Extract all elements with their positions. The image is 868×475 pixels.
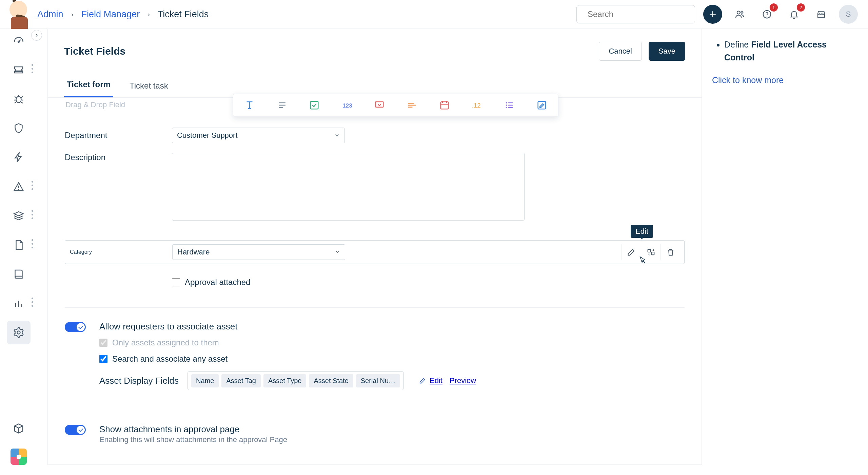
svg-rect-37 <box>648 249 650 252</box>
cancel-button[interactable]: Cancel <box>599 42 642 61</box>
field-type-palette[interactable]: 123 .12 <box>233 94 558 117</box>
rail-assets[interactable] <box>7 204 31 228</box>
palette-number[interactable]: 123 <box>337 98 356 113</box>
ticket-fields-card: Ticket Fields Cancel Save Ticket form Ti… <box>47 29 702 465</box>
rail-dashboard[interactable] <box>7 29 31 53</box>
category-select[interactable]: Hardware <box>172 244 345 260</box>
department-label: Department <box>65 131 172 140</box>
search-any-asset-checkbox[interactable]: Search and associate any asset <box>99 354 685 364</box>
svg-point-9 <box>16 97 21 103</box>
plus-icon <box>708 9 718 19</box>
svg-point-15 <box>17 331 20 334</box>
svg-point-32 <box>506 107 507 108</box>
category-label: Category <box>68 249 172 255</box>
notifications-button[interactable]: 2 <box>785 5 804 24</box>
palette-tag[interactable] <box>402 98 421 113</box>
palette-paragraph[interactable] <box>273 98 292 113</box>
description-label: Description <box>65 153 172 162</box>
category-field-row[interactable]: Category Hardware <box>65 240 685 264</box>
bug-icon <box>13 93 25 105</box>
category-value: Hardware <box>177 248 210 256</box>
save-button[interactable]: Save <box>649 42 685 61</box>
tab-ticket-task[interactable]: Ticket task <box>127 81 171 97</box>
asset-display-fields-label: Asset Display Fields <box>99 376 179 386</box>
app-launcher[interactable] <box>11 449 27 465</box>
description-textarea[interactable] <box>172 153 525 221</box>
cube-icon <box>13 422 25 435</box>
chip-name: Name <box>191 374 219 387</box>
edit-asset-fields-link[interactable]: Edit <box>430 376 442 385</box>
breadcrumb-admin[interactable]: Admin <box>37 9 63 19</box>
svg-rect-25 <box>440 102 448 109</box>
svg-text:123: 123 <box>343 102 352 109</box>
rail-alerts[interactable] <box>7 175 31 198</box>
new-button[interactable] <box>703 5 722 24</box>
right-help-pane: Define Field Level Access Control Click … <box>705 29 868 475</box>
palette-signature[interactable] <box>532 98 551 113</box>
category-row-actions <box>621 244 680 260</box>
only-assigned-label: Only assets assigned to them <box>112 338 219 347</box>
chevron-right-icon <box>34 33 39 38</box>
chevron-right-icon <box>146 13 151 17</box>
palette-dropdown[interactable] <box>370 98 389 113</box>
rail-tickets[interactable] <box>7 58 31 82</box>
svg-point-11 <box>18 189 19 190</box>
palette-decimal[interactable]: .12 <box>467 98 486 113</box>
rail-reports[interactable] <box>7 291 31 315</box>
breadcrumb: Admin Field Manager Ticket Fields <box>37 9 209 20</box>
rail-admin-settings[interactable] <box>7 321 31 344</box>
rail-releases[interactable] <box>7 146 31 169</box>
chip-serial-number: Serial Nu… <box>356 374 400 387</box>
svg-rect-21 <box>376 102 383 107</box>
tab-ticket-form[interactable]: Ticket form <box>64 80 113 97</box>
approval-attached-label: Approval attached <box>185 278 250 287</box>
palette-text[interactable] <box>240 98 259 113</box>
rail-problems[interactable] <box>7 87 31 111</box>
layers-icon <box>13 210 25 222</box>
svg-point-5 <box>741 11 743 13</box>
palette-list[interactable] <box>500 98 519 113</box>
search-input[interactable] <box>588 10 689 19</box>
palette-checkbox[interactable] <box>305 98 324 113</box>
svg-rect-19 <box>311 101 318 109</box>
rail-changes[interactable] <box>7 116 31 140</box>
rail-cube[interactable] <box>7 417 31 440</box>
document-icon <box>13 239 25 251</box>
allow-requesters-toggle[interactable] <box>65 322 86 332</box>
preview-asset-fields-link[interactable]: Preview <box>450 376 476 385</box>
profile-avatar[interactable]: S <box>839 5 858 24</box>
marketplace-button[interactable] <box>812 5 831 24</box>
learn-more-link[interactable]: Click to know more <box>712 75 784 85</box>
gear-icon <box>13 326 25 339</box>
shield-icon <box>13 122 25 134</box>
show-attachments-headline: Show attachments in approval page <box>99 424 685 435</box>
rail-solutions[interactable] <box>7 262 31 286</box>
global-search[interactable] <box>576 5 695 23</box>
palette-date[interactable] <box>435 98 454 113</box>
delete-field-button[interactable] <box>660 244 680 260</box>
svg-point-4 <box>737 11 740 14</box>
help-icon <box>762 9 772 19</box>
approval-attached-checkbox[interactable]: Approval attached <box>172 278 250 287</box>
asset-display-fields-chips[interactable]: Name Asset Tag Asset Type Asset State Se… <box>188 371 404 390</box>
people-button[interactable] <box>730 5 749 24</box>
shop-icon <box>816 9 826 19</box>
chevron-down-icon <box>335 249 340 254</box>
book-icon <box>13 268 25 280</box>
pencil-icon <box>627 247 636 257</box>
show-attachments-toggle[interactable] <box>65 425 86 435</box>
svg-rect-38 <box>651 252 654 255</box>
breadcrumb-field-manager[interactable]: Field Manager <box>81 9 140 19</box>
people-icon <box>735 9 745 19</box>
help-button[interactable]: 1 <box>757 5 776 24</box>
svg-point-30 <box>506 102 507 103</box>
chip-asset-type: Asset Type <box>263 374 307 387</box>
expand-rail-button[interactable] <box>31 30 42 41</box>
chevron-down-icon <box>334 132 340 138</box>
svg-text:.12: .12 <box>472 102 481 109</box>
help-bullet-prefix: Define <box>724 40 751 49</box>
bell-icon <box>789 9 799 19</box>
only-assigned-checkbox[interactable]: Only assets assigned to them <box>99 338 685 347</box>
rail-contracts[interactable] <box>7 233 31 257</box>
department-select[interactable]: Customer Support <box>172 128 345 143</box>
